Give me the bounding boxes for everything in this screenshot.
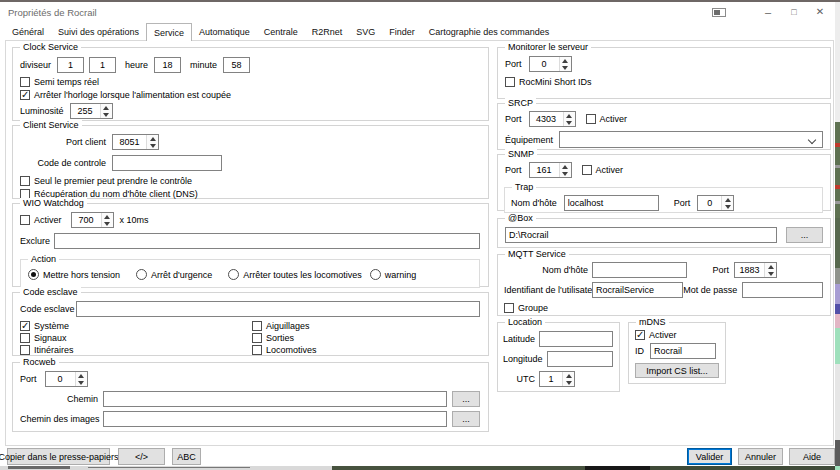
checkbox-box[interactable] (505, 77, 515, 87)
port-client-spinner[interactable]: 8051 (112, 134, 159, 150)
spin-down-icon[interactable] (566, 381, 572, 385)
spin-up-icon[interactable] (768, 265, 774, 269)
checkbox-box[interactable] (252, 345, 262, 355)
checkbox-snmp-activer[interactable]: Activer (582, 165, 624, 175)
import-cs-list-button[interactable]: Import CS list... (635, 363, 719, 378)
checkbox-box-checked[interactable] (635, 330, 645, 340)
checkbox-box[interactable] (20, 77, 30, 87)
spinner-buttons[interactable] (764, 263, 776, 277)
checkbox-groupe[interactable]: Groupe (504, 303, 823, 313)
checkbox-systeme[interactable]: Système (20, 321, 252, 331)
monitor-port-spinner[interactable]: 0 (529, 56, 572, 72)
exclure-input[interactable] (54, 233, 480, 249)
spinner-buttons[interactable] (146, 135, 158, 149)
wio-interval-spinner[interactable]: 700 (71, 212, 114, 228)
checkbox-aiguillages[interactable]: Aiguillages (252, 321, 317, 331)
code-controle-input[interactable] (112, 155, 222, 171)
minute-input[interactable]: 58 (223, 57, 250, 73)
checkbox-locomotives[interactable]: Locomotives (252, 345, 317, 355)
spinner-buttons[interactable] (721, 196, 733, 210)
spinner-buttons[interactable] (559, 57, 571, 71)
radio-button[interactable] (370, 269, 381, 280)
checkbox-sorties[interactable]: Sorties (252, 333, 317, 343)
spin-up-icon[interactable] (104, 215, 110, 219)
checkbox-recuperation-dns[interactable]: Récupération du nom d'hôte client (DNS) (20, 189, 480, 199)
checkbox-box[interactable] (20, 215, 30, 225)
tab-centrale[interactable]: Centrale (257, 23, 305, 41)
tab-automatique[interactable]: Automatique (192, 23, 257, 41)
aide-button[interactable]: Aide (789, 448, 835, 465)
valider-button[interactable]: Valider (687, 448, 732, 465)
annuler-button[interactable]: Annuler (738, 448, 783, 465)
radio-button-selected[interactable] (28, 269, 39, 280)
diviseur-input-1[interactable]: 1 (57, 57, 84, 73)
checkbox-box[interactable] (252, 333, 262, 343)
spinner-buttons[interactable] (562, 372, 574, 386)
checkbox-srcp-activer[interactable]: Activer (586, 114, 628, 124)
checkbox-box-checked[interactable] (20, 90, 30, 100)
spin-down-icon[interactable] (768, 272, 774, 276)
equipement-combobox[interactable] (559, 131, 823, 148)
checkbox-itineraires[interactable]: Itinéraires (20, 345, 252, 355)
tab-suivi-des-operations[interactable]: Suivi des opérations (51, 23, 146, 41)
chemin-images-input[interactable] (103, 411, 447, 427)
radio-button[interactable] (136, 269, 147, 280)
tab-general[interactable]: Général (5, 23, 51, 41)
checkbox-mdns-activer[interactable]: Activer (635, 330, 719, 340)
trap-hote-input[interactable]: localhost (564, 195, 659, 211)
copy-clipboard-button[interactable]: Copier dans le presse-papiers (7, 448, 110, 465)
utc-spinner[interactable]: 1 (539, 371, 575, 387)
tab-cartographie-des-commandes[interactable]: Cartographie des commandes (422, 23, 557, 41)
spin-down-icon[interactable] (725, 205, 731, 209)
titlebar[interactable]: Propriétés de Rocrail – □ ✕ (0, 2, 840, 21)
spinner-buttons[interactable] (101, 213, 113, 227)
tab-service[interactable]: Service (146, 23, 192, 41)
atbox-browse-button[interactable]: ... (786, 227, 823, 243)
spin-down-icon[interactable] (103, 113, 109, 117)
checkbox-box[interactable] (20, 333, 30, 343)
spin-up-icon[interactable] (103, 106, 109, 110)
spin-up-icon[interactable] (150, 137, 156, 141)
spin-up-icon[interactable] (562, 165, 568, 169)
checkbox-box[interactable] (586, 114, 596, 124)
checkbox-box[interactable] (20, 345, 30, 355)
spin-up-icon[interactable] (78, 374, 84, 378)
checkbox-box[interactable] (504, 303, 514, 313)
latitude-input[interactable] (539, 331, 613, 347)
tab-svg[interactable]: SVG (349, 23, 382, 41)
mqtt-password-input[interactable] (742, 282, 823, 298)
heure-input[interactable]: 18 (154, 57, 181, 73)
chemin-input[interactable] (103, 391, 447, 407)
spin-down-icon[interactable] (104, 222, 110, 226)
spin-up-icon[interactable] (725, 198, 731, 202)
trap-port-spinner[interactable]: 0 (697, 195, 734, 211)
spinner-buttons[interactable] (559, 163, 571, 177)
radio-arret-urgence[interactable]: Arrêt d'urgence (136, 269, 212, 280)
spin-up-icon[interactable] (566, 374, 572, 378)
spin-up-icon[interactable] (566, 114, 572, 118)
chemin-browse-button[interactable]: ... (452, 391, 480, 407)
mdns-id-input[interactable]: Rocrail (650, 343, 716, 359)
spin-up-icon[interactable] (562, 59, 568, 63)
checkbox-box[interactable] (582, 165, 592, 175)
atbox-path-input[interactable]: D:\Rocrail (505, 227, 777, 243)
diviseur-input-2[interactable]: 1 (89, 57, 116, 73)
srcp-port-spinner[interactable]: 4303 (529, 111, 576, 127)
checkbox-box-checked[interactable] (20, 321, 30, 331)
maximize-button[interactable]: □ (781, 2, 807, 21)
radio-mettre-hors-tension[interactable]: Mettre hors tension (28, 269, 120, 280)
minimize-button[interactable]: – (755, 2, 781, 21)
checkbox-signaux[interactable]: Signaux (20, 333, 252, 343)
checkbox-wio-activer[interactable]: Activer (20, 215, 62, 225)
checkbox-semi-temps-reel[interactable]: Semi temps réel (20, 77, 480, 87)
code-esclave-input[interactable] (76, 301, 480, 317)
checkbox-arreter-horloge[interactable]: Arrêter l'horloge lorsque l'alimentation… (20, 90, 480, 100)
close-button[interactable]: ✕ (807, 2, 833, 21)
chemin-images-browse-button[interactable]: ... (452, 411, 480, 427)
luminosite-spinner[interactable]: 255 (70, 103, 113, 119)
mqtt-port-spinner[interactable]: 1883 (734, 262, 777, 278)
spinner-buttons[interactable] (100, 104, 112, 118)
checkbox-rocmini-short-ids[interactable]: RocMini Short IDs (505, 77, 823, 87)
radio-warning[interactable]: warning (370, 269, 417, 280)
spin-down-icon[interactable] (562, 66, 568, 70)
